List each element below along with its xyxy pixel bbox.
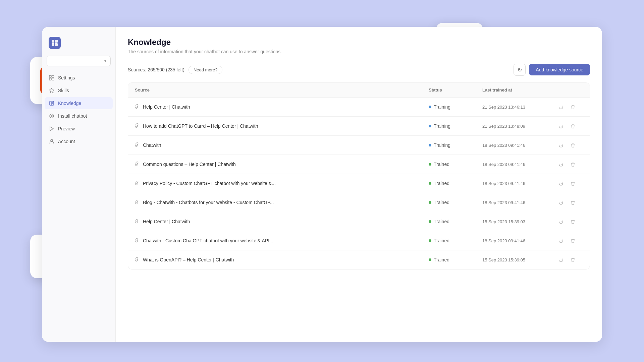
toolbar-left: Sources: 265/500 (235 left) Need more? xyxy=(128,66,222,74)
delete-button[interactable] xyxy=(568,198,578,207)
retrain-button[interactable] xyxy=(556,236,566,245)
link-icon xyxy=(135,123,140,129)
add-source-button[interactable]: Add knowledge source xyxy=(529,64,590,75)
table-row: Privacy Policy - Custom ChatGPT chatbot … xyxy=(128,174,590,193)
source-name: Privacy Policy - Custom ChatGPT chatbot … xyxy=(143,181,276,186)
date-cell: 21 Sep 2023 13:48:09 xyxy=(482,124,556,129)
account-label: Account xyxy=(58,139,75,144)
status-cell: Training xyxy=(429,123,482,129)
delete-button[interactable] xyxy=(568,160,578,169)
source-cell: Help Center | Chatwith xyxy=(135,104,429,110)
knowledge-table: Source Status Last trained at Help Cente… xyxy=(128,82,590,269)
table-row: Chatwith - Custom ChatGPT chatbot with y… xyxy=(128,231,590,250)
source-cell: Chatwith xyxy=(135,142,429,148)
source-cell: Chatwith - Custom ChatGPT chatbot with y… xyxy=(135,238,429,244)
status-label: Training xyxy=(434,123,450,129)
svg-rect-18 xyxy=(52,43,54,46)
source-cell: Blog - Chatwith - Chatbots for your webs… xyxy=(135,200,429,205)
delete-button[interactable] xyxy=(568,217,578,226)
retrain-icon xyxy=(558,238,564,243)
status-dot-trained xyxy=(429,182,431,185)
delete-button[interactable] xyxy=(568,179,578,188)
delete-button[interactable] xyxy=(568,121,578,131)
svg-rect-22 xyxy=(49,78,51,80)
status-dot-trained xyxy=(429,201,431,204)
delete-button[interactable] xyxy=(568,102,578,112)
source-cell: Common questions – Help Center | Chatwit… xyxy=(135,162,429,167)
retrain-button[interactable] xyxy=(556,102,566,112)
table-row: Blog - Chatwith - Chatbots for your webs… xyxy=(128,193,590,212)
header-actions xyxy=(556,87,583,93)
need-more-button[interactable]: Need more? xyxy=(189,66,223,74)
actions-cell xyxy=(556,255,583,264)
retrain-button[interactable] xyxy=(556,255,566,264)
settings-label: Settings xyxy=(58,75,75,80)
source-name: How to add ChatGPT to Carrd – Help Cente… xyxy=(143,123,258,129)
sidebar-item-preview[interactable]: Preview xyxy=(45,123,113,135)
skills-icon xyxy=(49,87,55,94)
page-title: Knowledge xyxy=(128,38,590,47)
status-cell: Trained xyxy=(429,181,482,186)
header-date: Last trained at xyxy=(482,87,556,93)
status-dot-training xyxy=(429,144,431,146)
link-icon xyxy=(135,238,140,244)
svg-rect-19 xyxy=(55,43,58,46)
retrain-button[interactable] xyxy=(556,140,566,150)
date-cell: 18 Sep 2023 09:41:46 xyxy=(482,238,556,243)
retrain-button[interactable] xyxy=(556,160,566,169)
actions-cell xyxy=(556,160,583,169)
account-icon xyxy=(49,138,55,144)
source-cell: How to add ChatGPT to Carrd – Help Cente… xyxy=(135,123,429,129)
table-row: Help Center | Chatwith Training 21 Sep 2… xyxy=(128,98,590,117)
date-cell: 15 Sep 2023 15:39:03 xyxy=(482,219,556,224)
retrain-button[interactable] xyxy=(556,217,566,226)
logo-svg xyxy=(51,39,58,47)
header-status: Status xyxy=(429,87,482,93)
sidebar: ▾ Settings xyxy=(42,27,116,342)
source-name: What is OpenAPI? – Help Center | Chatwit… xyxy=(143,257,234,262)
chatbot-selector[interactable]: ▾ xyxy=(47,56,111,66)
retrain-icon xyxy=(558,257,564,262)
link-icon xyxy=(135,219,140,225)
status-cell: Trained xyxy=(429,162,482,167)
delete-button[interactable] xyxy=(568,140,578,150)
actions-cell xyxy=(556,236,583,245)
table-header: Source Status Last trained at xyxy=(128,83,590,98)
svg-rect-17 xyxy=(55,40,58,43)
source-cell: Privacy Policy - Custom ChatGPT chatbot … xyxy=(135,181,429,186)
refresh-button[interactable]: ↻ xyxy=(514,64,526,76)
status-label: Training xyxy=(434,142,450,148)
sidebar-item-install[interactable]: Install chatbot xyxy=(45,110,113,122)
sources-count: Sources: 265/500 (235 left) xyxy=(128,67,184,72)
retrain-button[interactable] xyxy=(556,198,566,207)
delete-icon xyxy=(571,105,575,110)
table-row: Help Center | Chatwith Trained 15 Sep 20… xyxy=(128,212,590,231)
sidebar-item-knowledge[interactable]: Knowledge xyxy=(45,97,113,109)
toolbar-right: ↻ Add knowledge source xyxy=(514,64,590,76)
toolbar: Sources: 265/500 (235 left) Need more? ↻… xyxy=(128,64,590,76)
status-label: Trained xyxy=(434,200,449,205)
status-dot-trained xyxy=(429,163,431,166)
delete-icon xyxy=(571,238,575,243)
actions-cell xyxy=(556,121,583,131)
status-cell: Training xyxy=(429,142,482,148)
knowledge-label: Knowledge xyxy=(58,101,81,106)
install-label: Install chatbot xyxy=(58,113,87,119)
link-icon xyxy=(135,200,140,205)
status-label: Trained xyxy=(434,238,449,243)
date-cell: 18 Sep 2023 09:41:46 xyxy=(482,181,556,186)
selector-chevron-icon: ▾ xyxy=(104,59,106,63)
sidebar-item-account[interactable]: Account xyxy=(45,135,113,147)
retrain-button[interactable] xyxy=(556,179,566,188)
sidebar-item-skills[interactable]: Skills xyxy=(45,84,113,97)
sidebar-nav: Settings Skills xyxy=(42,72,115,335)
delete-button[interactable] xyxy=(568,255,578,264)
retrain-button[interactable] xyxy=(556,121,566,131)
svg-marker-31 xyxy=(50,127,53,131)
table-row: How to add ChatGPT to Carrd – Help Cente… xyxy=(128,117,590,136)
main-content: Knowledge The sources of information tha… xyxy=(116,27,602,342)
date-cell: 18 Sep 2023 09:41:46 xyxy=(482,143,556,148)
status-label: Trained xyxy=(434,219,449,224)
delete-button[interactable] xyxy=(568,236,578,245)
sidebar-item-settings[interactable]: Settings xyxy=(45,72,113,84)
